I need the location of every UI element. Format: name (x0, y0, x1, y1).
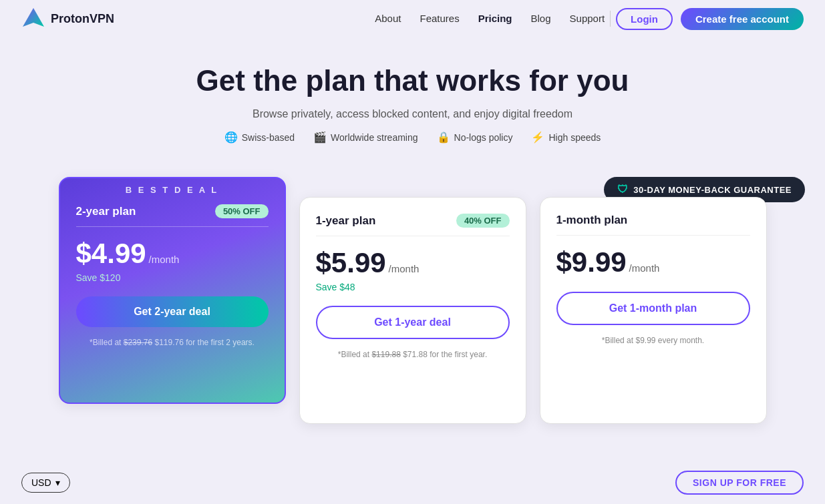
billing-note-1year: *Billed at $119.88 $71.88 for the first … (316, 350, 510, 359)
currency-label: USD (31, 477, 51, 488)
nav-pricing[interactable]: Pricing (478, 13, 512, 24)
chevron-down-icon: ▾ (55, 477, 60, 488)
get-2year-deal-button[interactable]: Get 2-year deal (76, 296, 269, 327)
billing-new-1month: $9.99 (635, 336, 655, 345)
price-amount-2year: $4.99 (76, 238, 146, 270)
hero-section: Get the plan that works for you Browse p… (0, 37, 825, 157)
nav-features[interactable]: Features (420, 13, 459, 24)
billing-original-1year: $119.88 (371, 350, 400, 359)
plan-header-2year: 2-year plan 50% OFF (76, 204, 269, 218)
badge-nologs: 🔒 No-logs policy (437, 131, 513, 144)
nav-about[interactable]: About (375, 13, 401, 24)
plan-card-1month: 1-month plan $9.99 /month Get 1-month pl… (540, 197, 767, 424)
plan-header-1year: 1-year plan 40% OFF (316, 214, 510, 228)
streaming-icon: 🎬 (313, 131, 327, 144)
navbar: ProtonVPN About Features Pricing Blog Su… (0, 0, 825, 37)
billing-new-2year: $119.76 (155, 338, 184, 347)
billing-note-1month: *Billed at $9.99 every month. (556, 336, 750, 345)
billing-note-2year: *Billed at $239.76 $119.76 for the first… (76, 338, 269, 347)
money-back-label: 30-DAY MONEY-BACK GUARANTEE (633, 185, 792, 195)
speed-icon: ⚡ (531, 131, 544, 144)
protonvpn-logo-icon (21, 7, 45, 31)
hero-badges: 🌐 Swiss-based 🎬 Worldwide streaming 🔒 No… (13, 131, 812, 144)
billing-suffix-2year: for the first 2 years. (186, 338, 255, 347)
get-1month-plan-button[interactable]: Get 1-month plan (556, 292, 750, 325)
logo-text: ProtonVPN (51, 12, 114, 26)
badge-streaming: 🎬 Worldwide streaming (313, 131, 418, 144)
nav-blog[interactable]: Blog (531, 13, 551, 24)
billing-suffix-1year: for the first year. (430, 350, 487, 359)
plan-divider-1year (316, 236, 510, 236)
plan-divider-1month (556, 235, 750, 236)
best-deal-label: B E S T D E A L (76, 185, 269, 195)
badge-speed: ⚡ High speeds (531, 131, 601, 144)
price-period-2year: /month (149, 254, 180, 265)
nav-links: About Features Pricing Blog Support (375, 13, 605, 25)
plan-name-1month: 1-month plan (556, 214, 628, 227)
plan-name-2year: 2-year plan (76, 205, 136, 218)
logo: ProtonVPN (21, 7, 114, 31)
save-text-1year: Save $48 (316, 282, 510, 292)
get-1year-deal-button[interactable]: Get 1-year deal (316, 306, 510, 339)
off-badge-2year: 50% OFF (215, 204, 269, 218)
hero-title: Get the plan that works for you (13, 64, 812, 97)
badge-swiss-label: Swiss-based (242, 132, 295, 143)
svg-marker-0 (23, 8, 44, 27)
nologs-icon: 🔒 (437, 131, 450, 144)
hero-subtitle: Browse privately, access blocked content… (13, 108, 812, 120)
billing-suffix-1month: every month. (658, 336, 704, 345)
billing-new-1year: $71.88 (403, 350, 428, 359)
plan-divider-2year (76, 226, 269, 227)
badge-speed-label: High speeds (548, 132, 601, 143)
nav-divider (610, 11, 611, 27)
plan-name-1year: 1-year plan (316, 214, 376, 228)
plan-card-1year: 1-year plan 40% OFF $5.99 /month Save $4… (299, 197, 526, 424)
signup-free-button[interactable]: SIGN UP FOR FREE (675, 471, 804, 495)
save-text-2year: Save $120 (76, 272, 269, 283)
footer-bar: USD ▾ SIGN UP FOR FREE (0, 461, 825, 504)
off-badge-1year: 40% OFF (456, 214, 510, 228)
badge-streaming-label: Worldwide streaming (331, 132, 418, 143)
price-row-2year: $4.99 /month (76, 238, 269, 270)
price-row-1month: $9.99 /month (556, 246, 750, 278)
price-period-1year: /month (389, 263, 420, 274)
pricing-section: 🛡 30-DAY MONEY-BACK GUARANTEE B E S T D … (0, 157, 825, 437)
shield-check-icon: 🛡 (617, 184, 629, 196)
price-period-1month: /month (629, 262, 660, 274)
login-button[interactable]: Login (616, 8, 673, 30)
billing-original-2year: $239.76 (124, 338, 152, 347)
price-amount-1year: $5.99 (316, 247, 386, 279)
create-account-button[interactable]: Create free account (681, 8, 804, 30)
price-amount-1month: $9.99 (556, 246, 627, 278)
plan-header-1month: 1-month plan (556, 214, 750, 227)
swiss-icon: 🌐 (224, 131, 238, 144)
badge-nologs-label: No-logs policy (454, 132, 513, 143)
currency-selector[interactable]: USD ▾ (21, 473, 70, 493)
nav-support[interactable]: Support (570, 13, 605, 24)
badge-swiss: 🌐 Swiss-based (224, 131, 295, 144)
plan-card-2year: B E S T D E A L 2-year plan 50% OFF $4.9… (59, 177, 286, 404)
price-row-1year: $5.99 /month (316, 247, 510, 279)
